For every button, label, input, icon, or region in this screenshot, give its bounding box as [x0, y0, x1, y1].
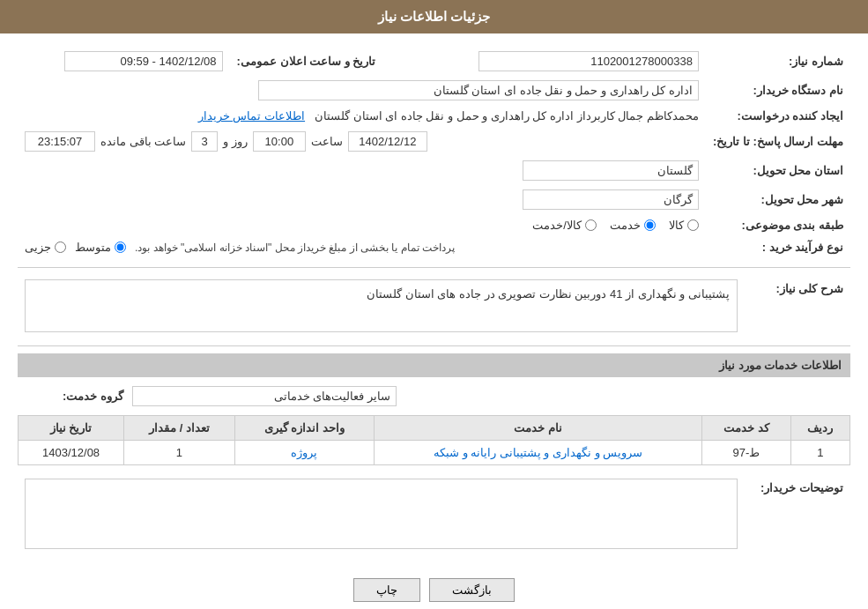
category-kala[interactable]: کالا — [669, 219, 699, 232]
creator-row: ایجاد کننده درخواست: محمدکاظم جمال کاربر… — [18, 105, 850, 127]
separator-2 — [18, 345, 850, 346]
deadline-label: مهلت ارسال پاسخ: تا تاریخ: — [706, 127, 850, 156]
deadline-remaining-label: ساعت باقی مانده — [100, 135, 186, 148]
print-button[interactable]: چاپ — [353, 578, 420, 602]
basic-info-table: شماره نیاز: 1102001278000338 تاریخ و ساع… — [18, 47, 850, 258]
page-container: جزئیات اطلاعات نیاز شماره نیاز: 11020012… — [0, 0, 868, 609]
group-service-label: گروه خدمت: — [18, 390, 123, 403]
need-number-row: شماره نیاز: 1102001278000338 تاریخ و ساع… — [18, 47, 850, 76]
notes-table: توضیحات خریدار: — [18, 474, 850, 556]
deadline-time-label: ساعت — [311, 135, 343, 148]
category-kala-khedmat[interactable]: کالا/خدمت — [532, 219, 597, 232]
buyer-notes-label: توضیحات خریدار: — [745, 474, 850, 556]
deadline-row: مهلت ارسال پاسخ: تا تاریخ: 23:15:07 ساعت… — [18, 127, 850, 156]
deadline-days-label: روز و — [223, 135, 248, 148]
table-row: 1 ط-97 سرویس و نگهداری و پشتیبانی رایانه… — [19, 441, 850, 465]
city-row: شهر محل تحویل: گرگان — [18, 185, 850, 214]
process-motavaset[interactable]: متوسط — [75, 241, 126, 254]
city-value: گرگان — [18, 185, 706, 214]
creator-value: محمدکاظم جمال کاربرداز اداره کل راهداری … — [18, 105, 706, 127]
province-field: گلستان — [523, 160, 699, 181]
buyer-org-field: اداره کل راهداری و حمل و نقل جاده ای است… — [258, 80, 699, 100]
deadline-date-value: 1402/12/12 — [348, 131, 427, 152]
description-row: شرح کلی نیاز: پشتیبانی و نگهداری از 41 د… — [18, 275, 850, 337]
service-unit-link[interactable]: پروژه — [291, 446, 317, 459]
province-row: استان محل تحویل: گلستان — [18, 156, 850, 185]
category-label: طبقه بندی موضوعی: — [706, 214, 850, 236]
need-number-label: شماره نیاز: — [706, 47, 850, 76]
process-options: جزیی متوسط پرداخت تمام یا بخشی از مبلغ خ… — [18, 236, 706, 258]
city-label: شهر محل تحویل: — [706, 185, 850, 214]
service-name-link[interactable]: سرویس و نگهداری و پشتیبانی رایانه و شبکه — [434, 446, 642, 459]
category-options: کالا/خدمت خدمت کالا — [18, 214, 706, 236]
buyer-org-row: نام دستگاه خریدار: اداره کل راهداری و حم… — [18, 76, 850, 105]
need-number-value: 1102001278000338 — [418, 47, 706, 76]
cell-code: ط-97 — [702, 441, 790, 465]
cell-date: 1403/12/08 — [19, 441, 124, 465]
services-section-title: اطلاعات خدمات مورد نیاز — [18, 353, 850, 377]
announcement-label: تاریخ و ساعت اعلان عمومی: — [230, 47, 383, 76]
buyer-notes-value — [18, 474, 745, 556]
deadline-remaining-value: 23:15:07 — [25, 131, 95, 152]
button-row: بازگشت چاپ — [18, 565, 850, 609]
deadline-fields: 23:15:07 ساعت باقی مانده 3 روز و 10:00 س… — [18, 127, 706, 156]
cell-row-num: 1 — [790, 441, 849, 465]
cell-unit: پروژه — [234, 441, 374, 465]
services-table: ردیف کد خدمت نام خدمت واحد اندازه گیری ت… — [18, 415, 850, 465]
main-content: شماره نیاز: 1102001278000338 تاریخ و ساع… — [0, 33, 868, 609]
buyer-org-value: اداره کل راهداری و حمل و نقل جاده ای است… — [18, 76, 706, 105]
group-service-row: گروه خدمت: سایر فعالیت‌های خدماتی — [18, 386, 850, 406]
col-date: تاریخ نیاز — [19, 416, 124, 441]
back-button[interactable]: بازگشت — [429, 578, 515, 602]
col-code: کد خدمت — [702, 416, 790, 441]
creator-label: ایجاد کننده درخواست: — [706, 105, 850, 127]
cell-name: سرویس و نگهداری و پشتیبانی رایانه و شبکه — [375, 441, 702, 465]
description-field: پشتیبانی و نگهداری از 41 دوربین نظارت تص… — [25, 279, 738, 332]
notes-row: توضیحات خریدار: — [18, 474, 850, 556]
description-table: شرح کلی نیاز: پشتیبانی و نگهداری از 41 د… — [18, 275, 850, 337]
col-quantity: تعداد / مقدار — [124, 416, 235, 441]
process-note: پرداخت تمام یا بخشی از مبلغ خریداز محل "… — [135, 241, 455, 254]
buyer-org-label: نام دستگاه خریدار: — [706, 76, 850, 105]
province-value: گلستان — [18, 156, 706, 185]
services-table-header: ردیف کد خدمت نام خدمت واحد اندازه گیری ت… — [19, 416, 850, 441]
separator-1 — [18, 267, 850, 268]
city-field: گرگان — [523, 189, 699, 210]
page-title: جزئیات اطلاعات نیاز — [378, 9, 490, 24]
page-header: جزئیات اطلاعات نیاز — [0, 0, 868, 33]
description-value: پشتیبانی و نگهداری از 41 دوربین نظارت تص… — [18, 275, 745, 337]
creator-contact-link[interactable]: اطلاعات تماس خریدار — [198, 109, 305, 123]
buyer-notes-field[interactable] — [25, 479, 738, 549]
col-name: نام خدمت — [375, 416, 702, 441]
cell-quantity: 1 — [124, 441, 235, 465]
category-row: طبقه بندی موضوعی: کالا/خدمت خدمت کالا — [18, 214, 850, 236]
col-unit: واحد اندازه گیری — [234, 416, 374, 441]
announcement-field: 1402/12/08 - 09:59 — [64, 51, 223, 71]
announcement-value: 1402/12/08 - 09:59 — [18, 47, 230, 76]
province-label: استان محل تحویل: — [706, 156, 850, 185]
services-header-row: ردیف کد خدمت نام خدمت واحد اندازه گیری ت… — [19, 416, 850, 441]
deadline-days-value: 3 — [191, 131, 218, 152]
description-label: شرح کلی نیاز: — [745, 275, 850, 337]
services-table-body: 1 ط-97 سرویس و نگهداری و پشتیبانی رایانه… — [19, 441, 850, 465]
col-row-num: ردیف — [790, 416, 849, 441]
group-service-field: سایر فعالیت‌های خدماتی — [132, 386, 397, 406]
process-jozii[interactable]: جزیی — [25, 241, 66, 254]
need-number-field: 1102001278000338 — [479, 51, 699, 71]
category-khedmat[interactable]: خدمت — [610, 219, 656, 232]
process-label: نوع فرآیند خرید : — [706, 236, 850, 258]
process-row: نوع فرآیند خرید : جزیی متوسط پرداخت تمام… — [18, 236, 850, 258]
deadline-time-value: 10:00 — [253, 131, 306, 152]
